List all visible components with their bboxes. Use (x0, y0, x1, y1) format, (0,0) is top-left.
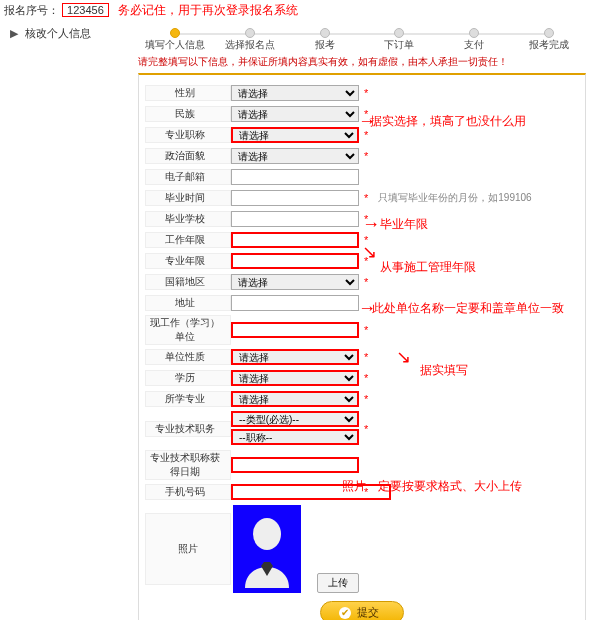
required-star: * (364, 213, 368, 225)
select-xl[interactable]: 请选择 (231, 370, 359, 386)
select-dwxz[interactable]: 请选择 (231, 349, 359, 365)
required-star: * (364, 234, 368, 246)
label-addr: 地址 (145, 295, 231, 311)
upload-button[interactable]: 上传 (317, 573, 359, 593)
annot-3: 从事施工管理年限 (380, 259, 476, 276)
label-zyzc: 专业职称 (145, 127, 231, 143)
required-star: * (364, 129, 368, 141)
select-gjdq[interactable]: 请选择 (231, 274, 359, 290)
select-zyzc[interactable]: 请选择 (231, 127, 359, 143)
svg-point-1 (253, 518, 281, 550)
input-email[interactable] (231, 169, 359, 185)
step-label: 填写个人信息 (145, 39, 205, 50)
step-label: 支付 (464, 39, 484, 50)
input-zynx[interactable] (231, 253, 359, 269)
annot-4: 此处单位名称一定要和盖章单位一致 (372, 300, 564, 317)
submit-button[interactable]: ✔提交 (320, 601, 404, 620)
steps-bar: 填写个人信息 选择报名点 报考 下订单 支付 报考完成 (138, 29, 586, 51)
label-email: 电子邮箱 (145, 169, 231, 185)
reg-number: 123456 (62, 3, 109, 17)
input-gznx[interactable] (231, 232, 359, 248)
label-gjdq: 国籍地区 (145, 274, 231, 290)
form-wrap: 性别请选择* 民族请选择* 专业职称请选择* 政治面貌请选择* 电子邮箱 毕业时… (138, 73, 586, 620)
annot-2: 毕业年限 (380, 216, 428, 233)
check-icon: ✔ (339, 607, 351, 619)
label-zynx: 专业年限 (145, 253, 231, 269)
input-zyjsdate[interactable] (231, 457, 359, 473)
select-sxzy[interactable]: 请选择 (231, 391, 359, 407)
photo-preview (233, 505, 301, 593)
label-xgzdw: 现工作（学习）单位 (145, 315, 231, 345)
step-label: 选择报名点 (225, 39, 275, 50)
label-gznx: 工作年限 (145, 232, 231, 248)
note-bysj: 只填写毕业年份的月份，如199106 (378, 191, 531, 205)
label-mobile: 手机号码 (145, 484, 231, 500)
annot-5: 据实填写 (420, 362, 468, 379)
annot-1: 据实选择，填高了也没什么用 (370, 113, 526, 130)
top-note: 务必记住，用于再次登录报名系统 (118, 3, 298, 17)
form-hint: 请完整填写以下信息，并保证所填内容真实有效，如有虚假，由本人承担一切责任！ (138, 55, 586, 69)
select-zyjszw-type[interactable]: --类型(必选)-- (231, 411, 359, 427)
input-bysj[interactable] (231, 190, 359, 206)
label-zzmm: 政治面貌 (145, 148, 231, 164)
step-label: 下订单 (384, 39, 414, 50)
required-star: * (364, 423, 368, 435)
triangle-icon: ▶ (10, 27, 18, 39)
select-zzmm[interactable]: 请选择 (231, 148, 359, 164)
label-gender: 性别 (145, 85, 231, 101)
required-star: * (364, 276, 368, 288)
submit-label: 提交 (357, 606, 379, 618)
select-gender[interactable]: 请选择 (231, 85, 359, 101)
label-zyjsdate: 专业技术职称获得日期 (145, 450, 231, 480)
required-star: * (364, 192, 368, 204)
input-xgzdw[interactable] (231, 322, 359, 338)
select-zyjszw-title[interactable]: --职称-- (231, 429, 359, 445)
left-nav-item[interactable]: ▶ 核改个人信息 (10, 26, 91, 41)
label-dwxz: 单位性质 (145, 349, 231, 365)
annot-6: 照片一定要按要求格式、大小上传 (342, 478, 522, 495)
input-addr[interactable] (231, 295, 359, 311)
label-sxzy: 所学专业 (145, 391, 231, 407)
required-star: * (364, 351, 368, 363)
reg-label: 报名序号： (4, 4, 59, 16)
input-byxx[interactable] (231, 211, 359, 227)
step-label: 报考完成 (529, 39, 569, 50)
required-star: * (364, 108, 368, 120)
label-xl: 学历 (145, 370, 231, 386)
step-label: 报考 (315, 39, 335, 50)
required-star: * (364, 87, 368, 99)
left-nav-label: 核改个人信息 (25, 27, 91, 39)
required-star: * (364, 393, 368, 405)
required-star: * (364, 324, 368, 336)
required-star: * (364, 255, 368, 267)
label-zyjszw: 专业技术职务 (145, 421, 231, 437)
label-photo: 照片 (145, 513, 231, 585)
label-byxx: 毕业学校 (145, 211, 231, 227)
label-nation: 民族 (145, 106, 231, 122)
avatar-icon (239, 510, 295, 588)
label-bysj: 毕业时间 (145, 190, 231, 206)
required-star: * (364, 150, 368, 162)
required-star: * (364, 372, 368, 384)
select-nation[interactable]: 请选择 (231, 106, 359, 122)
